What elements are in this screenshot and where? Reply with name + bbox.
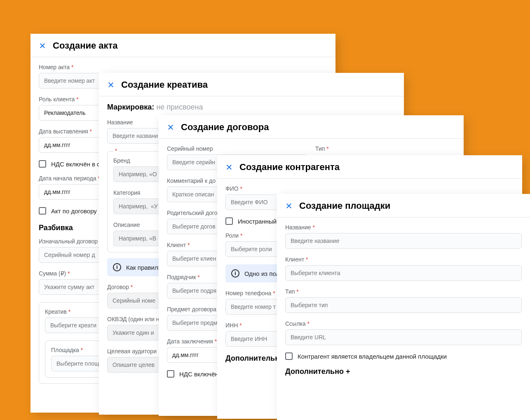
platform-client-label: Клиент bbox=[285, 256, 522, 263]
link-input[interactable] bbox=[285, 329, 522, 345]
act-number-label: Номер акта bbox=[39, 64, 327, 70]
close-icon[interactable] bbox=[285, 202, 293, 210]
additional-section[interactable]: Дополнительно + bbox=[285, 367, 522, 376]
close-icon[interactable] bbox=[39, 42, 46, 49]
dialog-title: Создание договора bbox=[181, 122, 269, 133]
vat-checkbox[interactable] bbox=[167, 370, 174, 378]
dialog-header: Создание площадки bbox=[277, 194, 530, 217]
owner-checkbox[interactable] bbox=[285, 352, 293, 360]
serial-label: Серийный номер bbox=[167, 145, 307, 152]
platform-name-label: Название bbox=[285, 224, 522, 231]
close-icon[interactable] bbox=[107, 81, 115, 89]
vat-label: НДС включён bbox=[179, 371, 218, 378]
dialog-title: Создание площадки bbox=[299, 201, 390, 211]
dialog-header: Создание креатива bbox=[99, 73, 404, 96]
foreign-label: Иностранный bbox=[238, 218, 277, 225]
owner-label: Контрагент является владельцем данной пл… bbox=[298, 353, 447, 360]
dialog-title: Создание креатива bbox=[121, 79, 208, 90]
act-by-contract-checkbox[interactable] bbox=[39, 207, 46, 215]
dialog-header: Создание акта bbox=[30, 34, 335, 57]
dialog-header: Создание контрагента bbox=[217, 155, 522, 179]
link-label: Ссылка bbox=[285, 320, 522, 327]
type-label: Тип bbox=[315, 145, 455, 152]
platform-type-label: Тип bbox=[285, 288, 522, 295]
dialog-title: Создание контрагента bbox=[239, 162, 340, 173]
foreign-checkbox[interactable] bbox=[225, 217, 233, 225]
platform-name-input[interactable] bbox=[285, 233, 522, 249]
close-icon[interactable] bbox=[167, 124, 174, 131]
fio-label: ФИО bbox=[225, 185, 514, 192]
info-icon: i bbox=[113, 263, 121, 271]
close-icon[interactable] bbox=[225, 163, 233, 171]
vat-label: НДС включён в с bbox=[51, 161, 100, 168]
vat-checkbox[interactable] bbox=[39, 160, 46, 168]
dialog-title: Создание акта bbox=[53, 40, 118, 51]
info-icon: i bbox=[231, 269, 239, 278]
marking-row: Маркировка: не присвоена bbox=[107, 103, 396, 112]
dialog-header: Создание договора bbox=[159, 115, 464, 139]
nested-required-label bbox=[113, 147, 119, 154]
dialog-platform: Создание площадки Название Клиент Тип Сс… bbox=[277, 194, 530, 420]
platform-type-select[interactable] bbox=[285, 297, 522, 313]
act-by-contract-label: Акт по договору bbox=[51, 208, 97, 215]
platform-client-select[interactable] bbox=[285, 265, 522, 281]
